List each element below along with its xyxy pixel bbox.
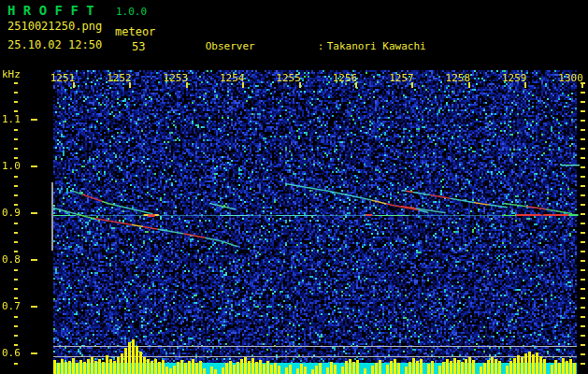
output-filename: 2510021250.png: [7, 20, 102, 33]
app-title: H R O F F T: [7, 3, 94, 18]
mode-label: meteor: [115, 25, 155, 38]
app-version: 1.0.0: [116, 6, 147, 18]
info-value: Takanori Kawachi: [327, 40, 426, 52]
info-label: Observer: [206, 40, 318, 52]
info-row-observer: Observer:Takanori Kawachi: [168, 28, 550, 65]
spectrogram-canvas: [0, 70, 588, 374]
echo-count: 53: [132, 40, 145, 53]
date-time: 25.10.02 12:50: [7, 38, 102, 51]
info-colon: :: [318, 40, 327, 52]
hrofft-output-image: H R O F F T 1.0.0 2510021250.png meteor …: [0, 0, 588, 374]
detection-band-marker: [51, 182, 53, 251]
